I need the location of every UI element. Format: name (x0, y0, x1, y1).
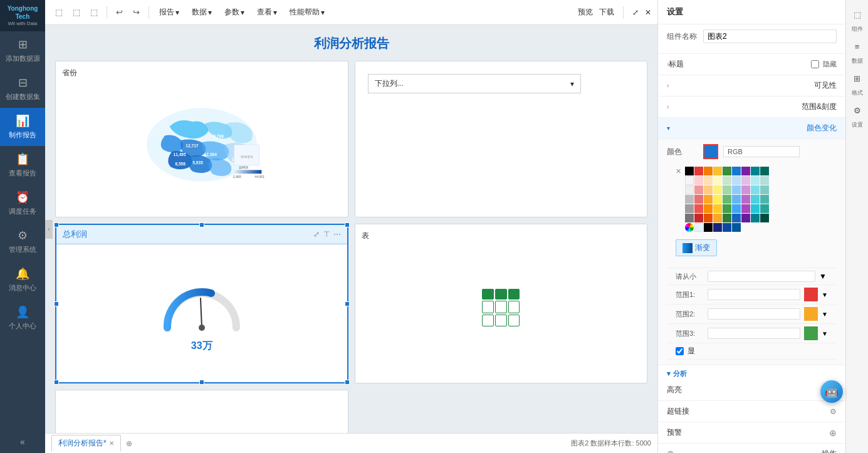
sidebar-collapse-btn[interactable]: « (14, 430, 31, 453)
gradient-btn[interactable]: 渐变 (676, 239, 717, 256)
tab-add-btn[interactable]: ⊕ (123, 437, 135, 450)
analysis-link-row[interactable]: 超链接 ⚙ (658, 401, 845, 422)
color-orange-5[interactable] (704, 214, 713, 222)
color-gray-3[interactable] (685, 204, 694, 213)
toolbar-new-btn[interactable]: ⬚ (51, 6, 66, 19)
color-green-4[interactable] (723, 204, 731, 213)
color-purple-2[interactable] (741, 185, 750, 194)
table-cell[interactable]: 表 (355, 224, 648, 383)
color-light-blue[interactable] (694, 223, 703, 232)
handle-tl[interactable] (54, 222, 59, 227)
show-checkbox[interactable] (676, 347, 684, 355)
title-section-row[interactable]: › 标题 隐藏 (658, 54, 845, 75)
color-teal-2[interactable] (760, 185, 769, 194)
toolbar-menu-report[interactable]: 报告 ▾ (154, 4, 184, 20)
toolbar-preview-btn[interactable]: 预览 (578, 7, 593, 18)
range-arrow-2[interactable]: ▼ (822, 291, 828, 298)
component-name-input[interactable] (703, 29, 837, 43)
handle-bm[interactable] (199, 380, 204, 385)
color-change-section-row[interactable]: ▾ 颜色变化 (658, 118, 845, 139)
color-red-light[interactable] (694, 176, 703, 185)
gauge-more-icon[interactable]: ⋯ (333, 230, 341, 239)
color-cyan-5[interactable] (751, 214, 760, 222)
color-cyan-4[interactable] (751, 204, 760, 213)
panel-scroll[interactable]: 设置 组件名称 › 标题 隐藏 › 可见性 › 范围&刻度 (658, 0, 845, 453)
range-input-3[interactable] (708, 308, 800, 320)
color-yellow-light[interactable] (713, 176, 722, 185)
sidebar-item-msg-center[interactable]: 🔔 消息中心 (0, 261, 45, 299)
color-orange-2[interactable] (704, 185, 713, 194)
sidebar-item-view-report[interactable]: 📋 查看报告 (0, 146, 45, 184)
color-teal-5[interactable] (760, 214, 769, 222)
range-color-1[interactable] (804, 288, 818, 301)
color-red-5[interactable] (694, 214, 703, 222)
range-input-1[interactable] (708, 271, 815, 282)
color-red[interactable] (694, 167, 703, 175)
toolbar-download-btn[interactable]: 下载 (599, 7, 614, 18)
color-green-5[interactable] (723, 214, 731, 222)
color-blue-2[interactable] (732, 185, 741, 194)
title-hide-checkbox[interactable] (811, 60, 819, 68)
sidebar-item-add-datasource[interactable]: ⊞ 添加数据源 (0, 31, 45, 70)
sidebar-item-create-dataset[interactable]: ⊟ 创建数据集 (0, 70, 45, 108)
range-arrow-4[interactable]: ▼ (822, 330, 828, 337)
color-cyan-3[interactable] (751, 195, 760, 204)
range-arrow-1[interactable]: ▼ (819, 272, 828, 281)
right-sidebar-data-btn[interactable]: ≡ (848, 37, 867, 56)
toolbar-save-btn[interactable]: ⬚ (86, 6, 102, 19)
color-yellow-3[interactable] (713, 195, 722, 204)
color-green-dark[interactable] (723, 167, 731, 175)
color-gray-1[interactable] (685, 185, 694, 194)
color-black-2[interactable] (704, 223, 713, 232)
color-orange-dark[interactable] (704, 167, 713, 175)
range-input-2[interactable] (708, 289, 800, 300)
toolbar-fullscreen-btn[interactable]: ⤢ (632, 8, 639, 17)
range-color-3[interactable] (804, 326, 818, 340)
color-green-2[interactable] (723, 185, 731, 194)
analysis-highlight-row[interactable]: 高亮 ⚙ (658, 380, 845, 401)
color-black[interactable] (685, 167, 694, 175)
tab-close-btn[interactable]: ✕ (109, 440, 114, 447)
color-purple-3[interactable] (741, 195, 750, 204)
toolbar-menu-perf[interactable]: 性能帮助 ▾ (285, 4, 330, 20)
handle-tm[interactable] (199, 222, 204, 227)
map-cell[interactable]: 省份 (55, 61, 348, 217)
report-canvas[interactable]: 利润分析报告 › 省份 (45, 25, 657, 433)
color-red-2[interactable] (694, 185, 703, 194)
color-blue[interactable] (732, 167, 741, 175)
color-purple[interactable] (741, 167, 750, 175)
toolbar-undo-btn[interactable]: ↩ (112, 6, 127, 19)
range-color-2[interactable] (804, 307, 818, 321)
range-input-4[interactable] (708, 328, 800, 339)
color-navy-2[interactable] (723, 223, 731, 232)
color-red-3[interactable] (694, 195, 703, 204)
color-orange-3[interactable] (704, 195, 713, 204)
right-sidebar-component-btn[interactable]: ⬚ (848, 5, 867, 24)
gauge-cell[interactable]: 总利润 ⤢ ⊤ ⋯ (55, 224, 348, 383)
sidebar-item-make-report[interactable]: 📊 制作报告 (0, 108, 45, 146)
gauge-expand-icon[interactable]: ⤢ (313, 230, 320, 239)
color-yellow-5[interactable] (713, 214, 722, 222)
toolbar-menu-data[interactable]: 数据 ▾ (187, 4, 217, 20)
handle-bl[interactable] (54, 380, 59, 385)
color-teal-light[interactable] (760, 176, 769, 185)
color-green-3[interactable] (723, 195, 731, 204)
tab-report[interactable]: 利润分析报告* ✕ (51, 435, 121, 452)
toolbar-open-btn[interactable]: ⬚ (69, 6, 84, 19)
handle-tr[interactable] (345, 222, 350, 227)
color-purple-5[interactable] (741, 214, 750, 222)
color-cyan-2[interactable] (751, 185, 760, 194)
color-yellow-4[interactable] (713, 204, 722, 213)
analysis-warning-plus[interactable]: ⊕ (829, 428, 837, 438)
handle-br[interactable] (345, 380, 350, 385)
color-red-4[interactable] (694, 204, 703, 213)
color-green-light[interactable] (723, 176, 731, 185)
color-blue-3[interactable] (732, 195, 741, 204)
dropdown-select[interactable]: 下拉列... ▾ (368, 74, 581, 93)
color-purple-4[interactable] (741, 204, 750, 213)
dropdown-cell[interactable]: 下拉列... ▾ (355, 61, 648, 217)
handle-mr[interactable] (345, 301, 350, 306)
color-orange-light[interactable] (704, 176, 713, 185)
color-cyan-dark[interactable] (751, 167, 760, 175)
color-blue-light[interactable] (732, 176, 741, 185)
